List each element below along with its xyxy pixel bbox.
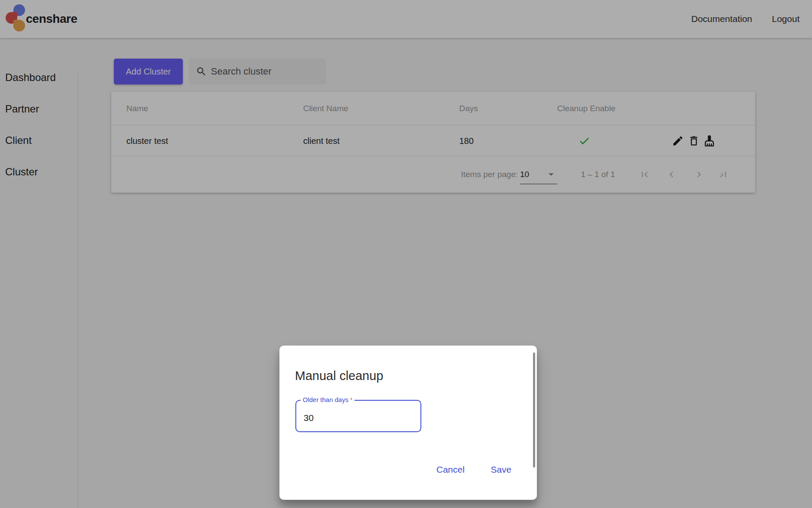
cancel-button[interactable]: Cancel <box>433 461 468 478</box>
dialog-title: Manual cleanup <box>295 369 383 383</box>
manual-cleanup-dialog: Manual cleanup Older than days* Cancel S… <box>279 346 537 500</box>
dialog-scrollbar[interactable] <box>533 352 535 467</box>
app-screen: censhare Documentation Logout Dashboard … <box>0 0 812 508</box>
older-than-days-input[interactable] <box>296 401 420 431</box>
older-than-days-field[interactable]: Older than days* <box>295 400 421 432</box>
save-button[interactable]: Save <box>487 461 515 478</box>
